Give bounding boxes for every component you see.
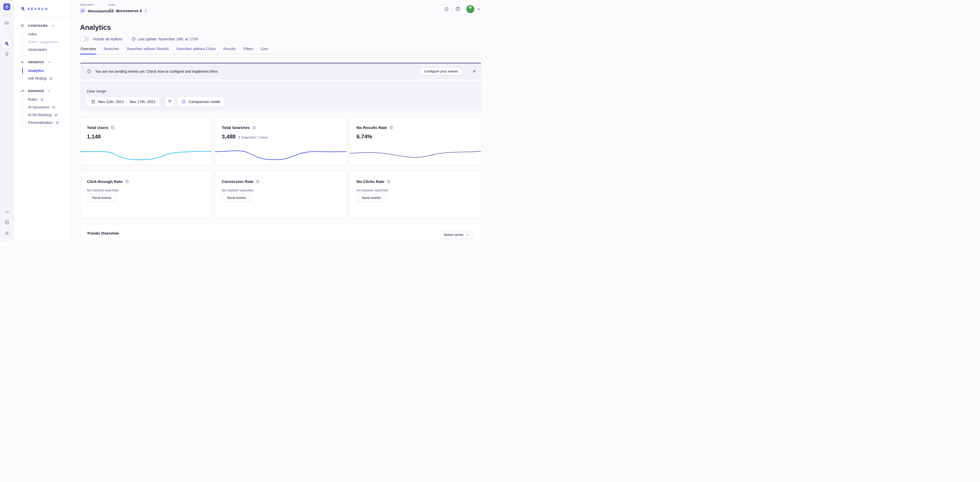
metric-sublabel: 3 Searches / Users — [238, 135, 268, 139]
sort-chevrons-icon — [144, 9, 147, 13]
metric-value: 6.74% — [356, 133, 372, 140]
index-label: Index — [108, 3, 147, 6]
tab-searches-without-clicks[interactable]: Searches without Clicks — [176, 47, 216, 54]
sidebar-item-ai-re-ranking[interactable]: AI Re-Ranking — [22, 111, 72, 119]
star-icon[interactable] — [56, 121, 59, 124]
card-title: Click-through Rate — [87, 179, 123, 184]
configure-events-button[interactable]: Configure your events — [420, 67, 463, 75]
card-title: Total Users — [87, 125, 108, 130]
tab-searches-without-results[interactable]: Searches without Results — [126, 47, 170, 54]
metric-value: 3,488 — [222, 133, 235, 140]
info-icon[interactable] — [125, 179, 129, 184]
date-range-button[interactable]: Nov 11th, 2021 Nov 17th, 2021 — [87, 97, 160, 107]
sparkline-chart — [80, 147, 212, 163]
pulse-icon — [20, 60, 24, 64]
trends-title: Trends Overview — [87, 231, 119, 236]
sidebar-item-ai-synonyms[interactable]: AI Synonyms — [22, 103, 72, 111]
top-bar: Application D2 docusaurus-2 Index — [72, 0, 490, 18]
database-icon[interactable] — [2, 218, 11, 227]
close-icon[interactable] — [472, 69, 476, 73]
stopwatch-app-icon[interactable] — [3, 3, 10, 10]
calendar-icon — [91, 100, 95, 104]
trending-up-icon — [20, 89, 24, 93]
banner-message: You are not sending events yet. Check ho… — [95, 69, 219, 73]
main-area: Application D2 docusaurus-2 Index — [72, 0, 490, 241]
info-icon[interactable] — [252, 126, 256, 130]
index-rows-icon — [108, 8, 113, 13]
info-icon[interactable] — [256, 179, 259, 184]
help-icon[interactable] — [455, 6, 460, 11]
product-name: SEARCH — [27, 7, 49, 11]
tab-bar: Overview Searches Searches without Resul… — [80, 47, 481, 54]
section-label: ENHANCE — [28, 89, 44, 92]
gear-icon — [20, 24, 24, 28]
replicas-toggle-label: Include all replicas — [93, 37, 123, 41]
include-replicas-toggle[interactable] — [80, 36, 89, 41]
star-icon[interactable] — [49, 76, 53, 80]
tab-searches[interactable]: Searches — [103, 47, 119, 54]
sidebar-item-analytics[interactable]: Analytics — [22, 67, 72, 75]
sidebar-item-ab-testing[interactable]: A/B Testing — [22, 75, 72, 82]
sidebar: SEARCH CONFIGURE Index Query Suggestions — [14, 0, 72, 241]
info-icon[interactable] — [387, 179, 391, 184]
date-range-label: Date range — [87, 89, 481, 94]
user-avatar[interactable] — [466, 5, 474, 13]
filter-button[interactable] — [165, 97, 174, 107]
info-icon[interactable] — [390, 126, 393, 130]
last-update-text: Last update: November 18th, at 17:05 — [138, 37, 198, 41]
section-label: OBSERVE — [28, 61, 44, 64]
section-enhance[interactable]: ENHANCE — [14, 89, 72, 93]
date-separator — [127, 99, 127, 104]
section-observe[interactable]: OBSERVE — [14, 60, 72, 64]
sparkline-chart — [350, 147, 481, 163]
clock-icon — [131, 37, 136, 41]
sidebar-item-rules[interactable]: Rules — [22, 95, 72, 103]
select-series-button[interactable]: Select series — [440, 231, 473, 239]
index-selector[interactable]: docusaurus-2 — [108, 8, 147, 13]
star-icon[interactable] — [52, 105, 56, 109]
chevron-down-icon — [466, 233, 469, 236]
metric-card-no-clicks-rate: No Clicks Rate No tracked searches Send … — [350, 171, 481, 218]
icon-rail — [0, 0, 14, 241]
settings-gear-icon[interactable] — [2, 229, 11, 238]
send-events-button[interactable]: Send events — [87, 194, 116, 202]
metric-card-conversion-rate: Conversion Rate No tracked searches Send… — [215, 171, 347, 218]
search-logo-icon — [21, 6, 25, 11]
tab-geo[interactable]: Geo — [260, 47, 268, 54]
recommend-bulb-icon[interactable] — [2, 49, 11, 59]
star-icon[interactable] — [40, 98, 44, 101]
send-events-button[interactable]: Send events — [356, 194, 386, 202]
section-label: CONFIGURE — [28, 24, 48, 27]
start-date: Nov 11th, 2021 — [98, 100, 124, 104]
home-icon[interactable] — [2, 18, 11, 27]
chevron-down-icon — [51, 24, 54, 27]
user-menu-chevron-icon[interactable] — [477, 7, 481, 11]
events-banner: You are not sending events yet. Check ho… — [80, 63, 481, 79]
metric-card-click-through-rate: Click-through Rate No tracked searches S… — [80, 171, 212, 218]
bar-chart-icon[interactable] — [2, 207, 11, 216]
comparison-mode-button[interactable]: Comparison mode — [177, 97, 225, 107]
end-date: Nov 17th, 2021 — [130, 100, 156, 104]
star-icon[interactable] — [54, 113, 58, 117]
tab-results[interactable]: Results — [223, 47, 236, 54]
tab-overview[interactable]: Overview — [80, 47, 97, 54]
info-icon — [87, 69, 91, 74]
sidebar-item-personalization[interactable]: Personalization — [22, 119, 72, 127]
send-events-button[interactable]: Send events — [222, 194, 251, 202]
search-product-icon[interactable] — [2, 39, 11, 48]
sidebar-item-query-suggestions[interactable]: Query Suggestions — [22, 38, 72, 46]
info-icon[interactable] — [111, 126, 115, 130]
page-title: Analytics — [80, 24, 481, 32]
chevron-down-icon — [47, 61, 51, 64]
section-configure[interactable]: CONFIGURE — [14, 24, 72, 28]
bell-icon[interactable] — [444, 6, 449, 11]
sidebar-item-dictionaries[interactable]: Dictionaries — [22, 46, 72, 54]
search-logo[interactable]: SEARCH — [14, 0, 72, 11]
card-title: No Clicks Rate — [356, 179, 385, 184]
application-badge: D2 — [80, 8, 85, 14]
tab-filters[interactable]: Filters — [243, 47, 254, 54]
metric-card-total-users: Total Users 1,148 — [80, 117, 212, 165]
sidebar-item-index[interactable]: Index — [22, 30, 72, 38]
play-circle-icon — [181, 100, 186, 104]
date-range-panel: Date range Nov 11th, 2021 Nov 17th, 2021 — [80, 81, 481, 111]
